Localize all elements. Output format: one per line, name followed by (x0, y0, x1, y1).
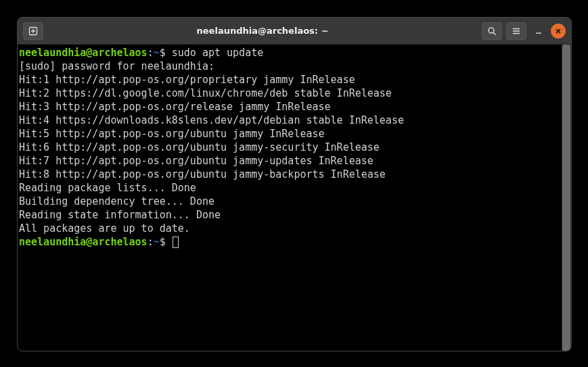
output-line: Hit:6 http://apt.pop-os.org/ubuntu jammy… (19, 141, 560, 154)
prompt-line-2: neelaundhia@archelaos:~$ (19, 235, 560, 249)
close-button[interactable] (551, 24, 566, 39)
prompt-sigil: $ (160, 47, 172, 59)
prompt-path: ~ (154, 47, 160, 59)
prompt-user-host: neelaundhia@archelaos (19, 236, 148, 248)
new-tab-button[interactable] (23, 22, 43, 40)
svg-line-4 (493, 32, 496, 35)
output-line: Hit:1 http://apt.pop-os.org/proprietary … (19, 73, 560, 87)
output-line: All packages are up to date. (19, 222, 560, 235)
new-tab-icon (28, 26, 38, 36)
prompt-user-host: neelaundhia@archelaos (19, 47, 148, 59)
window-title: neelaundhia@archelaos: ~ (49, 26, 476, 36)
output-line: [sudo] password for neelaundhia: (19, 59, 560, 73)
prompt-line-1: neelaundhia@archelaos:~$ sudo apt update (19, 46, 560, 59)
output-line: Hit:5 http://apt.pop-os.org/ubuntu jammy… (19, 127, 560, 141)
prompt-colon: : (148, 236, 154, 248)
titlebar-left-group (23, 22, 43, 40)
prompt-path: ~ (154, 236, 160, 248)
scrollbar-thumb[interactable] (562, 45, 570, 351)
hamburger-icon (512, 26, 521, 36)
output-line: Hit:7 http://apt.pop-os.org/ubuntu jammy… (19, 154, 560, 168)
output-line: Reading package lists... Done (19, 181, 560, 195)
prompt-colon: : (148, 47, 154, 59)
output-line: Hit:2 https://dl.google.com/linux/chrome… (19, 87, 560, 100)
output-line: Reading state information... Done (19, 208, 560, 222)
close-icon (555, 28, 562, 34)
titlebar: neelaundhia@archelaos: ~ (18, 18, 571, 45)
cursor (173, 237, 179, 248)
search-button[interactable] (482, 22, 502, 40)
output-line: Hit:4 https://downloads.k8slens.dev/apt/… (19, 114, 560, 127)
minimize-icon (535, 27, 543, 35)
command-text: sudo apt update (172, 47, 263, 59)
svg-point-3 (489, 28, 494, 33)
output-line: Building dependency tree... Done (19, 195, 560, 208)
output-line: Hit:3 http://apt.pop-os.org/release jamm… (19, 100, 560, 114)
minimize-button[interactable] (530, 23, 547, 39)
search-icon (487, 26, 497, 36)
titlebar-right-group (482, 22, 566, 40)
terminal-content[interactable]: neelaundhia@archelaos:~$ sudo apt update… (18, 45, 562, 351)
terminal-body[interactable]: neelaundhia@archelaos:~$ sudo apt update… (18, 45, 571, 351)
scrollbar-track[interactable] (562, 45, 571, 351)
prompt-sigil: $ (160, 236, 172, 248)
menu-button[interactable] (506, 22, 526, 40)
output-line: Hit:8 http://apt.pop-os.org/ubuntu jammy… (19, 168, 560, 181)
terminal-window: neelaundhia@archelaos: ~ (17, 17, 572, 351)
